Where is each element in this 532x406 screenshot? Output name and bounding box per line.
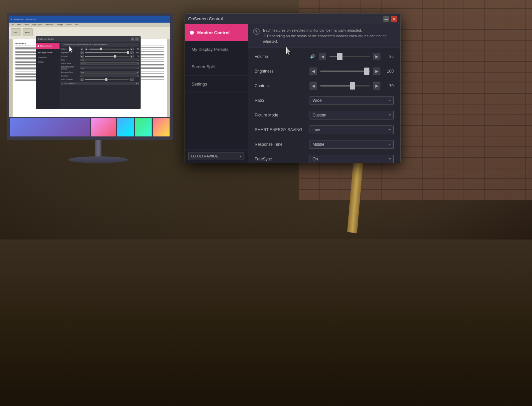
main-osc-window[interactable]: OnScreen Control — × Monitor Control My … (185, 13, 401, 163)
brightness-value: 100 (384, 69, 394, 74)
small-ratio-dropdown[interactable]: Wide ▾ (80, 59, 139, 61)
small-picture-mode-dropdown[interactable]: Custom ▾ (80, 62, 139, 65)
freesync-row: FreeSync On ▾ (255, 154, 394, 163)
osc-minimize-btn[interactable]: — (383, 16, 389, 22)
small-bs-down-btn[interactable]: ◀ (80, 78, 84, 81)
picture-mode-dropdown[interactable]: Custom ▾ (310, 111, 394, 119)
osc-info-line2: ※ Depending on the status of the connect… (263, 33, 395, 44)
monitor-dot (190, 31, 194, 35)
osc-controls-area: Volume 🔊 ◀ ▶ 26 Brightness ◀ (248, 48, 400, 163)
freesync-dropdown[interactable]: On ▾ (310, 155, 394, 163)
small-monitor-control-btn[interactable]: Monitor Control (36, 43, 60, 49)
volume-slider-thumb[interactable] (337, 53, 342, 60)
monitor-select-arrow: ▾ (240, 154, 241, 158)
osc-title: OnScreen Control (188, 16, 223, 21)
monitor-select-bar: LG ULTRAWIDE ▾ (185, 149, 248, 163)
volume-slider-container (330, 53, 370, 60)
small-osc-title-buttons: — × (131, 37, 139, 41)
small-brightness-row: Brightness ◀ ▶ 100 (61, 51, 139, 54)
small-nav-display-presets[interactable]: My Display Presets (36, 50, 60, 55)
monitor-select-name: LG ULTRAWIDE (191, 154, 218, 158)
response-time-row: Response Time Middle ▾ (255, 139, 394, 150)
response-time-value: Middle (313, 142, 324, 147)
monitor-select-dropdown[interactable]: LG ULTRAWIDE ▾ (188, 152, 244, 160)
small-black-stabilizer-slider[interactable] (85, 79, 129, 80)
volume-down-btn[interactable]: ◀ (319, 53, 326, 60)
ratio-label: Ratio (255, 98, 306, 103)
small-bs-up-btn[interactable]: ▶ (130, 78, 134, 81)
contrast-row: Contrast ◀ ▶ 70 (255, 81, 394, 91)
small-osc-title: OnScreen Control (38, 38, 54, 40)
small-nav-screen-split[interactable]: Screen Split (36, 55, 60, 60)
small-monitor-control-label: Monitor Control (40, 45, 52, 47)
brightness-up-btn[interactable]: ▶ (373, 68, 380, 75)
brightness-slider-fill (320, 71, 370, 72)
osc-titlebar: OnScreen Control — × (185, 14, 400, 24)
small-energy-label: SMART ENERGY SAVING (61, 66, 79, 70)
small-volume-slider[interactable] (89, 49, 129, 50)
smart-energy-dropdown[interactable]: Low ▾ (310, 125, 394, 134)
volume-row: Volume 🔊 ◀ ▶ 26 (255, 51, 394, 62)
small-osc-close[interactable]: × (135, 37, 139, 41)
small-freesync-label: FreeSync (61, 75, 79, 77)
small-contrast-down-btn[interactable]: ◀ (80, 55, 84, 58)
small-vol-down-btn[interactable]: ◀ (85, 48, 88, 50)
osc-info-text: Each features on selected monitor can be… (263, 28, 395, 44)
word-toolbar: W template.docx - Microsoft Word (9, 16, 170, 23)
small-freesync-row: FreeSync — ▾ (61, 75, 139, 77)
nav-screen-split[interactable]: Screen Split (185, 58, 248, 76)
contrast-up-btn[interactable]: ▶ (373, 82, 380, 90)
nav-my-display-presets[interactable]: My Display Presets (185, 41, 248, 58)
contrast-label: Contrast (255, 84, 306, 88)
small-volume-label: Volume (61, 48, 79, 50)
small-energy-dropdown[interactable]: Low ▾ (80, 67, 139, 69)
small-energy-row: SMART ENERGY SAVING Low ▾ (61, 66, 139, 70)
lg-monitor: W template.docx - Microsoft Word File Ho… (7, 13, 190, 193)
small-contrast-row: Contrast ◀ ▶ 70 (61, 55, 139, 58)
small-bright-down-btn[interactable]: ◀ (80, 51, 84, 54)
small-bright-up-btn[interactable]: ▶ (130, 51, 134, 54)
small-response-dropdown[interactable]: Auto ▾ (80, 71, 139, 74)
contrast-slider-container (320, 82, 370, 90)
monitor-base (68, 156, 128, 163)
small-nav-settings[interactable]: Settings (36, 60, 60, 64)
nav-settings[interactable]: Settings (185, 76, 248, 93)
small-black-stabilizer-row: Black Stabilizer ◀ ▶ (61, 78, 139, 81)
response-time-dropdown[interactable]: Middle ▾ (310, 140, 394, 149)
small-osc-minimize[interactable]: — (131, 37, 134, 41)
ratio-value: Wide (313, 98, 322, 103)
small-ratio-row: Ratio Wide ▾ (61, 59, 139, 61)
monitor-screen: W template.docx - Microsoft Word File Ho… (7, 13, 173, 140)
small-contrast-up-btn[interactable]: ▶ (130, 55, 134, 58)
small-monitor-select[interactable]: LG ULTRAWIDE ▾ (61, 82, 139, 85)
monitor-control-btn[interactable]: Monitor Control (185, 24, 248, 41)
small-vol-up-btn[interactable]: ▶ (130, 48, 134, 50)
brightness-down-btn[interactable]: ◀ (310, 68, 317, 75)
contrast-slider-thumb[interactable] (350, 82, 355, 90)
small-osc-window[interactable]: OnScreen Control — × Monitor Control My … (36, 36, 141, 109)
ratio-dropdown[interactable]: Wide ▾ (310, 96, 394, 105)
volume-up-btn[interactable]: ▶ (373, 53, 380, 60)
small-brightness-value: 100 (135, 52, 139, 54)
small-freesync-dropdown[interactable]: — ▾ (80, 75, 139, 77)
brightness-row: Brightness ◀ ▶ 100 (255, 66, 394, 77)
small-contrast-slider[interactable] (85, 56, 129, 57)
smart-energy-row: SMART ENERGY SAVING Low ▾ (255, 124, 394, 135)
volume-value: 26 (384, 54, 394, 59)
osc-close-btn[interactable]: × (391, 16, 397, 22)
small-contrast-value: 70 (135, 55, 139, 57)
volume-label: Volume (255, 54, 306, 59)
speaker-icon: 🔊 (310, 54, 316, 60)
osc-body: Monitor Control My Display Presets Scree… (185, 24, 400, 163)
brightness-label: Brightness (255, 69, 306, 74)
freesync-label: FreeSync (255, 157, 306, 161)
smart-energy-label: SMART ENERGY SAVING (255, 127, 306, 132)
contrast-down-btn[interactable]: ◀ (310, 82, 317, 90)
small-monitor-name: LG ULTRAWIDE (63, 83, 75, 85)
response-time-label: Response Time (255, 142, 306, 147)
small-monitor-dot (38, 45, 39, 47)
contrast-slider-track (320, 85, 370, 87)
small-brightness-slider[interactable] (85, 52, 129, 53)
brightness-slider-thumb[interactable] (364, 68, 369, 75)
osc-title-buttons: — × (383, 16, 397, 22)
